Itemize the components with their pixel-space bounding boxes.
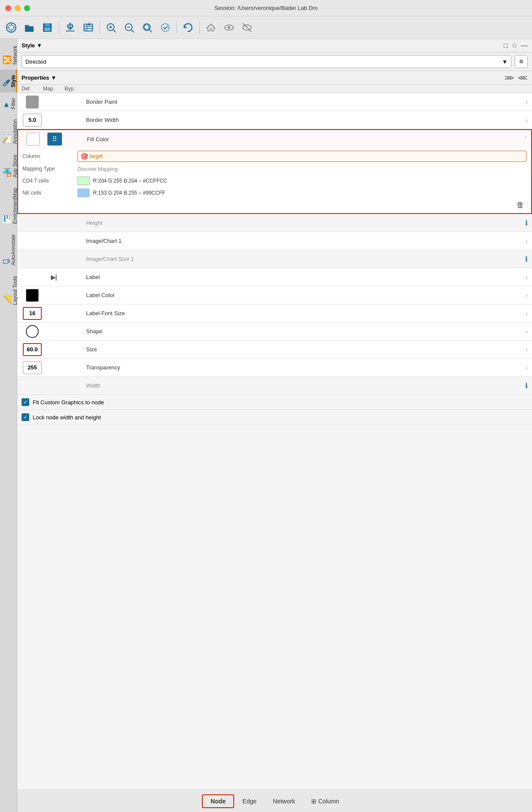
style-header: Style ▼ □ ☆ — [17, 39, 532, 53]
properties-header: Properties ▼ ⋙ ⋘ [17, 71, 532, 85]
delete-mapping-button[interactable]: 🗑 [22, 199, 527, 211]
svg-point-29 [228, 26, 230, 29]
style-panel: Style ▼ □ ☆ — Directed ▼ ≡ Properties ▼ [17, 39, 532, 812]
save-icon[interactable] [40, 20, 55, 35]
lock-width-checkbox[interactable]: ✓ [22, 413, 29, 421]
tab-network[interactable]: Network [265, 795, 303, 808]
cytoscape-home-icon[interactable] [203, 20, 219, 35]
label-color-def[interactable] [22, 289, 43, 302]
style-selector: Directed ▼ ≡ [17, 53, 532, 71]
close-button[interactable] [5, 5, 11, 11]
prop-row-border-paint: Border Paint › [17, 93, 532, 111]
prop-row-label: ▶| Label › [17, 268, 532, 286]
sidebar-tab-network[interactable]: 🔀 Network [0, 40, 17, 70]
zoom-fit-icon[interactable] [139, 20, 155, 35]
fill-color-def[interactable] [22, 133, 44, 146]
prop-row-transparency: 255 Transparency › [17, 359, 532, 377]
style-header-controls: □ ☆ — [504, 41, 528, 50]
shape-def[interactable] [22, 325, 43, 338]
border-width-value[interactable]: 5.0 [23, 114, 42, 127]
style-menu-button[interactable]: ≡ [515, 55, 528, 68]
collapse-all-icon[interactable]: ⋙ [504, 74, 514, 82]
collapse-icon[interactable]: — [521, 42, 528, 50]
label-font-size-value[interactable]: 16 [23, 307, 42, 320]
border-paint-swatch[interactable] [26, 96, 39, 108]
sidebar-tab-enrichmentmap[interactable]: 📊 EnrichmentMap [0, 183, 17, 229]
tab-node[interactable]: Node [202, 794, 234, 808]
main-layout: 🔀 Network 🖌 Style ▼ Filter 📝 Annotation … [0, 39, 532, 812]
tab-edge[interactable]: Edge [234, 795, 265, 808]
mapping-cd4-value[interactable]: R:204 G:255 B:204 – #CCFFCC [77, 177, 527, 185]
sidebar-tab-style[interactable]: 🖌 Style [0, 70, 17, 93]
shape-circle-swatch[interactable] [26, 325, 39, 338]
label-font-size-def[interactable]: 16 [22, 307, 43, 320]
nk-color-swatch[interactable] [77, 189, 90, 197]
mapping-nk-row: NK cells R:153 G:204 B:255 – #99CCFF [22, 187, 527, 199]
prop-row-fill-color: ⠿ Fill Color ˅ [18, 130, 531, 148]
zoom-in-icon[interactable] [103, 20, 119, 35]
transparency-value[interactable]: 255 [23, 361, 42, 374]
bottom-tabs: Node Edge Network ⊞ Column [17, 790, 532, 812]
window-mode-icon[interactable]: □ [504, 42, 508, 50]
sidebar-tab-filter[interactable]: ▼ Filter [0, 93, 17, 115]
fill-color-map-dots[interactable]: ⠿ [47, 133, 62, 146]
style-dropdown-arrow: ▼ [37, 42, 42, 49]
border-width-def[interactable]: 5.0 [22, 114, 43, 127]
minimize-button[interactable] [15, 5, 21, 11]
bird-eye-icon[interactable] [221, 20, 237, 35]
transparency-label: Transparency [86, 364, 524, 371]
import-table-icon[interactable] [80, 20, 96, 35]
label-label: Label [86, 274, 524, 280]
transparency-def[interactable]: 255 [22, 361, 43, 374]
titlebar: Session: /Users/veronique/Bader Lab Dro [0, 0, 532, 16]
mapping-column-value[interactable]: 🎯 target [77, 151, 527, 162]
maximize-button[interactable] [24, 5, 30, 11]
label-color-swatch[interactable] [26, 289, 39, 302]
style-title: Style [22, 42, 35, 49]
properties-list: Border Paint › 5.0 Border Width › [17, 93, 532, 790]
cd4-color-swatch[interactable] [77, 177, 90, 185]
fit-selected-icon[interactable] [158, 20, 173, 35]
width-info-icon[interactable]: ℹ [525, 381, 528, 390]
expand-all-icon[interactable]: ⋘ [518, 74, 528, 82]
pin-icon[interactable]: ☆ [511, 41, 517, 50]
style-dropdown[interactable]: Directed ▼ [22, 55, 511, 68]
tab-column[interactable]: ⊞ Column [303, 795, 347, 808]
fit-graphics-checkbox[interactable]: ✓ [22, 398, 29, 406]
open-icon[interactable] [22, 20, 37, 35]
nk-color-row: R:153 G:204 B:255 – #99CCFF [77, 189, 527, 197]
import-network-icon[interactable] [62, 20, 78, 35]
sidebar-tab-autoannotate[interactable]: 🏷 AutoAnnotate [0, 229, 17, 271]
mapping-type-label: Mapping Type [22, 166, 74, 172]
home-icon[interactable] [3, 20, 19, 35]
border-width-chevron-icon: › [526, 117, 528, 124]
svg-line-25 [149, 30, 152, 32]
size-def[interactable]: 60.0 [22, 343, 43, 356]
size-value[interactable]: 60.0 [23, 343, 42, 356]
refresh-icon[interactable] [180, 20, 196, 35]
fill-color-map[interactable]: ⠿ [44, 133, 65, 146]
height-info-icon[interactable]: ℹ [525, 219, 528, 227]
cd4-color-row: R:204 G:255 B:204 – #CCFFCC [77, 177, 527, 185]
nk-color-text: R:153 G:204 B:255 – #99CCFF [93, 190, 165, 196]
sidebar-tab-layouttools[interactable]: 📐 Layout Tools [0, 271, 17, 310]
style-header-title: Style ▼ [22, 42, 42, 49]
sidebar-tab-appstore[interactable]: 🏪 App Store [0, 149, 17, 183]
prop-row-width: Width ℹ [17, 377, 532, 395]
fill-color-section: ⠿ Fill Color ˅ Column 🎯 target [17, 129, 532, 214]
svg-rect-7 [45, 23, 50, 27]
sidebar-tab-annotation[interactable]: 📝 Annotation [0, 114, 17, 149]
zoom-out-icon[interactable] [121, 20, 137, 35]
show-hide-icon[interactable] [239, 20, 255, 35]
toolbar-separator-4 [199, 22, 200, 34]
svg-rect-26 [145, 25, 149, 29]
svg-line-20 [113, 30, 116, 32]
label-map[interactable]: ▶| [43, 274, 65, 281]
mapping-type-text: Discrete Mapping [77, 166, 118, 172]
border-paint-def[interactable] [22, 96, 43, 108]
fill-color-swatch[interactable] [27, 133, 40, 146]
col-header-byp: Byp. [65, 86, 86, 92]
image-chart-size-1-info-icon[interactable]: ℹ [525, 255, 528, 263]
mapping-nk-value[interactable]: R:153 G:204 B:255 – #99CCFF [77, 189, 527, 197]
toolbar [0, 16, 532, 39]
